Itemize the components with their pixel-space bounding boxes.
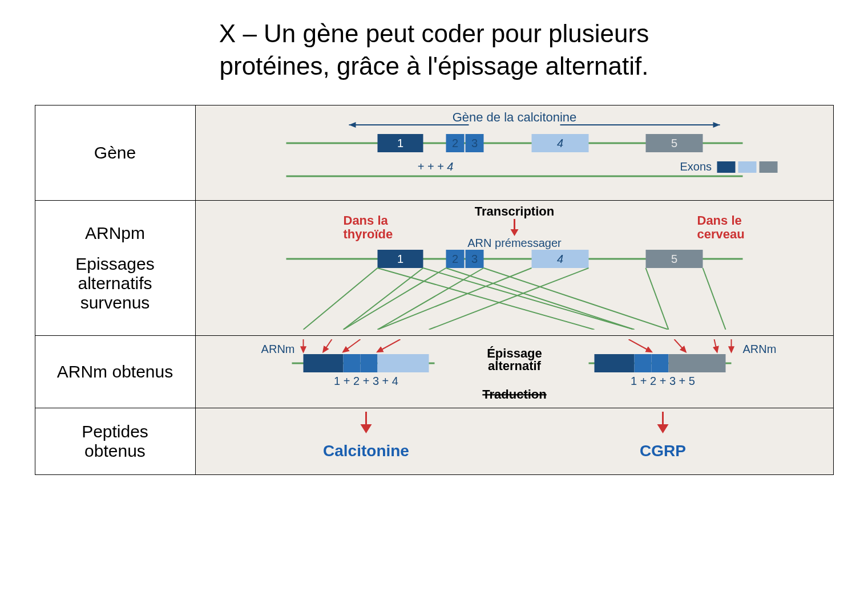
cerveau-text: cerveau: [697, 227, 744, 241]
label-peptides-2: obtenus: [41, 441, 189, 461]
arnm-l-e3: [360, 354, 377, 372]
label-gene-text: Gène: [94, 143, 136, 162]
gene-title-text: Gène de la calcitonine: [452, 110, 576, 124]
title-line-1: X – Un gène peut coder pour plusieurs: [219, 19, 649, 47]
splice-r-1a: [377, 268, 594, 330]
transcription-arrow-head: [510, 229, 518, 236]
down-arrow-l2: [323, 339, 332, 352]
label-arnpm: ARNpm Epissages alternatifs survenus: [35, 201, 195, 336]
down-arrow-r3: [714, 339, 717, 352]
down-arrow-r2: [674, 339, 685, 352]
pre-exon-5-label: 5: [671, 253, 677, 265]
gene-exon-3-label: 3: [471, 137, 477, 149]
arnm-l-e2: [343, 354, 360, 372]
transcription-text: Transcription: [474, 204, 554, 218]
page-title: X – Un gène peut coder pour plusieurs pr…: [23, 17, 845, 82]
peptides-diagram-cell: Calcitonine CGRP: [195, 408, 833, 475]
legend-box-3: [759, 161, 777, 173]
arnm-r-e1: [594, 354, 634, 372]
gene-exon-5-label: 5: [671, 137, 677, 149]
down-arrow-l4: [377, 339, 400, 352]
epissage-alt-2: alternatif: [488, 359, 542, 373]
splice-r-5a: [645, 268, 668, 330]
gene-arrow-right-head: [713, 122, 720, 128]
label-arnpm-text: ARNpm: [41, 224, 189, 243]
arnpm-diagram-cell: Transcription Dans la thyroïde Dans le c…: [195, 201, 833, 336]
pre-exon-1-label: 1: [397, 253, 403, 265]
label-epissage-1: Epissages: [41, 254, 189, 274]
down-arrow-r1: [628, 339, 651, 352]
gene-exon-4-label: 4: [556, 137, 563, 149]
arnm-diagram-cell: ARNm ARNm 1 + 2 + 3 + 4: [195, 336, 833, 408]
gene-arrow-left-head: [349, 122, 356, 128]
pre-exon-2-label: 2: [451, 253, 458, 265]
formula-right-text: 1 + 2 + 3 + 5: [631, 375, 695, 387]
diagram-table: Gène Gène de la calcitonine 1 2 3 4: [35, 105, 834, 475]
gene-svg: Gène de la calcitonine 1 2 3 4 5 +: [201, 109, 827, 194]
splice-r-3b: [483, 268, 668, 330]
pre-exon-3-label: 3: [471, 253, 477, 265]
splice-l-1a: [303, 268, 377, 330]
thyroide-text: thyroïde: [343, 227, 393, 241]
peptides-svg: Calcitonine CGRP: [201, 412, 827, 469]
calcitonine-text: Calcitonine: [323, 442, 409, 460]
exons-legend-text: Exons: [680, 160, 712, 173]
label-epissage-3: survenus: [41, 293, 189, 312]
pep-arrow-right-head: [657, 424, 668, 433]
title-line-2: protéines, grâce à l'épissage alternatif…: [220, 52, 649, 80]
label-arnm-obt: ARNm obtenus: [35, 336, 195, 408]
traduction-text: Traduction: [482, 387, 546, 401]
legend-box-1: [717, 161, 735, 173]
arnm-svg: ARNm ARNm 1 + 2 + 3 + 4: [201, 339, 827, 402]
cgrp-text: CGRP: [640, 442, 686, 460]
arnm-left-label: ARNm: [261, 343, 294, 355]
legend-box-2: [738, 161, 756, 173]
arnpm-svg: Transcription Dans la thyroïde Dans le c…: [201, 204, 827, 330]
down-arrow-l3: [343, 339, 360, 352]
gene-diagram-cell: Gène de la calcitonine 1 2 3 4 5 +: [195, 105, 833, 201]
arn-pre-text: ARN prémessager: [467, 237, 562, 249]
arnm-r-e3: [651, 354, 668, 372]
arnm-right-label: ARNm: [742, 343, 776, 355]
label-arnm-obt-text: ARNm obtenus: [57, 362, 173, 381]
formula-left-text: 1 + 2 + 3 + 4: [334, 375, 398, 387]
label-epissage-2: alternatifs: [41, 274, 189, 293]
arnm-l-e1: [303, 354, 343, 372]
label-peptides-1: Peptides: [41, 422, 189, 441]
pre-exon-4-label: 4: [556, 253, 563, 265]
splice-r-2a: [446, 268, 634, 330]
plus4-text: + + + 4: [417, 160, 453, 173]
splice-r-5b: [703, 268, 725, 330]
gene-exon-1-label: 1: [397, 137, 403, 149]
gene-exon-2-label: 2: [451, 137, 458, 149]
dans-le-text: Dans le: [697, 213, 741, 228]
pep-arrow-left-head: [360, 424, 372, 433]
label-peptides: Peptides obtenus: [35, 408, 195, 475]
arnm-r-e2: [634, 354, 651, 372]
dans-la-text: Dans la: [343, 213, 388, 228]
arnm-r-e5: [668, 354, 725, 372]
label-gene: Gène: [35, 105, 195, 201]
arnm-l-e4: [377, 354, 429, 372]
